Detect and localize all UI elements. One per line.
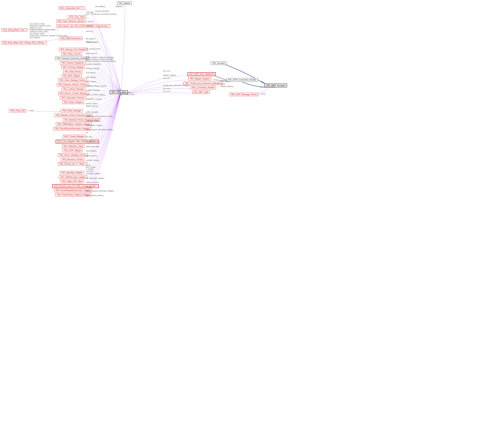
label-parser_registry: parser_registry_ xyxy=(86,103,99,105)
label-thread_lane_mgr: thread_lane_resources_manager_ xyxy=(163,85,190,86)
label-thread_lane_resources: thread_lane_resources_manager_factory_na… xyxy=(30,35,68,36)
node-TAO_ZIOP_Adapter[interactable]: TAO_ZIOP_Adapter xyxy=(63,149,83,152)
node-ACE_INET_Addr[interactable]: ACE_INET_Addr xyxy=(192,91,210,94)
node-TAO_GIOP_Message_Version[interactable]: TAO_GIOP_Message_Version xyxy=(229,93,259,96)
label-policy_manager: policy_manager_ xyxy=(86,111,99,113)
label-poa_factory_name: poa_factory_name_ xyxy=(30,33,45,35)
label-protocols_hooks_name: protocols_hooks_name_ xyxy=(30,31,49,33)
label-endpoint_selector: endpoint_selector_factory_ xyxy=(86,85,107,87)
label-default_init_ref: default_init_ref_ xyxy=(30,27,42,29)
node-TAO_Policy_Current[interactable]: TAO_Policy_Current xyxy=(61,52,82,56)
node-TAO_Parser_Registry[interactable]: TAO_Parser_Registry xyxy=(62,101,84,104)
label-sync_scope_hook: sync_scope_hook_ xyxy=(120,93,135,95)
node-TAO_ClientRequestInterceptor_Adapter[interactable]: TAO::ClientRequestInterceptor_Adapter xyxy=(54,127,91,130)
node-TAO_Object_Ref_Table[interactable]: TAO_Object_Ref_Table xyxy=(61,180,84,183)
label-connection_handler: connection_handler_ xyxy=(260,86,276,88)
label-orb_core_right: orb_core_ xyxy=(163,70,171,72)
label-tss_cleanup_funcs: tss_cleanup_funcs_ xyxy=(86,48,102,50)
node-TAO_DIOP_SVC_HANDLER[interactable]: TAO_DIOP_SVC_HANDLER xyxy=(187,72,216,76)
node-ACE_Unbounded_Set[interactable]: ACE_Unbounded_Set< T > xyxy=(59,7,85,10)
node-ACE_Atomic_Op[interactable]: ACE_Atomic_Opc TAO_SYNCH_MUTEX, unsigned… xyxy=(57,24,110,28)
label-rt_current: rt_current_ xyxy=(86,168,95,170)
node-TAO_Service_Context_Registry[interactable]: TAO_Service_Context_Registry xyxy=(58,92,89,95)
node-TAO_Adapter_Registry[interactable]: TAO_Adapter_Registry xyxy=(188,77,211,80)
node-TAO_Endpoint_Selector_Factory[interactable]: TAO_Endpoint_Selector_Factory xyxy=(57,83,88,86)
label-collocation_resolver: collocation_resolver_ xyxy=(86,98,103,100)
label-default_address: default_address_ xyxy=(221,85,234,87)
node-TAO_Valuetype_Adapter[interactable]: TAO_Valuetype_Adapter xyxy=(60,171,84,174)
node-TAO_Flushing_Strategy[interactable]: TAO_Flushing_Strategy xyxy=(61,65,85,69)
label-orb_params: orb_params_ xyxy=(86,38,96,40)
node-ACE_String_Base[interactable]: ACE_String_Base< char > xyxy=(1,28,27,32)
label-thr_mgr: thr_mgr_ xyxy=(86,136,93,138)
node-TAO_Collocation_Resolver[interactable]: TAO_Collocation_Resolver xyxy=(60,96,86,99)
label-adapter_registry: adapter_registry_ xyxy=(163,74,177,76)
label-resource_factory: resource_factory_ xyxy=(86,159,100,161)
node-TAO_Connection_Handler[interactable]: TAO_Connection_Handler xyxy=(190,86,216,89)
label-default_policies: default_policies_ xyxy=(86,105,99,107)
node-TAO_Acceptor[interactable]: TAO_Acceptor xyxy=(211,62,226,65)
label-thread_per: thread_per_connection_timeout_ xyxy=(91,13,117,15)
label-codeset_manager: codeset_manager_ xyxy=(86,89,101,91)
label-client_factory: client_factory_ xyxy=(86,80,97,82)
label-ior_interceptor: ior_interceptor_adapter_ xyxy=(86,177,105,179)
label-eager_transport: eager_transport_queueing_strategy_ xyxy=(86,56,115,58)
node-TAO_IORInterceptor_Adapter[interactable]: TAO_IORInterceptor_Adapter xyxy=(59,176,88,179)
label-endpoints_map: endpoints_map_ xyxy=(86,41,99,43)
node-TAO_Stub_Factory[interactable]: TAO_Stub_Factory xyxy=(63,70,83,73)
node-TAO_Transport_Queueing_Strategy[interactable]: TAO::Transport_Queueing_Strategy xyxy=(55,57,89,60)
label-max_time: max_time xyxy=(86,11,94,13)
node-ACE_Array_Map[interactable]: ACE_Array_Map< ACE_CString, ACE_CString … xyxy=(1,41,47,44)
label-service_context: service_context_registry_ xyxy=(86,94,106,96)
label-flush_transport: flush_transport_queueing_strategy_ xyxy=(86,58,114,60)
node-TAO_Codeset_Manager[interactable]: TAO_Codeset_Manager xyxy=(62,87,86,91)
label-flushing_strategy: flushing_strategy_ xyxy=(86,67,100,69)
label-ft_service: ft_service_ xyxy=(86,21,95,22)
node-TAO_Client_Strategy_Factory[interactable]: TAO_Client_Strategy_Factory xyxy=(58,78,87,82)
label-network_priority: network_priority_protocols_hooks_ xyxy=(86,115,113,117)
node-TAO_Resource_Factory[interactable]: TAO_Resource_Factory xyxy=(61,158,84,161)
label-zero: zero xyxy=(86,13,90,15)
label-policy_factory_registry: policy_factory_registry_ xyxy=(86,194,104,196)
node-TAO_Adapter[interactable]: TAO_Adapter xyxy=(117,1,132,5)
diagram-container: TAO_Adapter ACE_Unbounded_Set< T > ACE_T… xyxy=(0,0,504,426)
node-TAO_Policy_Manager[interactable]: TAO_Policy_Manager xyxy=(61,109,83,112)
label-client_request_interceptor: client_request_interceptor_adapter_ xyxy=(86,128,114,131)
node-TAO_Server_Strategy_Factory[interactable]: TAO_Server_Strategy_Factory xyxy=(58,153,88,157)
label-data_block_lock: data_block_lock_ xyxy=(86,141,100,143)
label-delayed_transport: delayed_transport_queueing_strategy_ xyxy=(86,60,116,62)
node-TAO_Policy_Set[interactable]: TAO_Policy_Set xyxy=(9,109,26,112)
node-ACE_Intrusive_Auto_Ptr[interactable]: ACE_Intrusive_Auto_Ptr< ACE_Service_Gest… xyxy=(52,184,99,188)
node-TAO_DIOP_Connection_Handler[interactable]: TAO_DIOP_Connection_Handler xyxy=(227,78,258,81)
label-refcount: refcount_ xyxy=(86,25,93,27)
label-config: config_ xyxy=(86,186,92,188)
label-orb_core_right2: orb_core_ xyxy=(163,77,171,79)
node-TAO_ORB_Parameters[interactable]: TAO_ORB_Parameters xyxy=(60,37,83,40)
label-impl: impl_ xyxy=(30,109,34,111)
label-server_factory: server_factory_ xyxy=(86,155,98,157)
label-orbinitializer_registry: orbinitializer_registry_ xyxy=(86,124,103,126)
label-timeout_hook: timeout_hook_ xyxy=(120,92,132,93)
label-adapters: adapters_ xyxy=(116,6,124,7)
node-TAO_Cleanup_Func_Registry[interactable]: TAO_Cleanup_Func_Registry xyxy=(59,48,88,51)
label-valuetype_adapter: valuetype_adapter_ xyxy=(86,173,101,175)
node-TAO_BiDir_Adapter[interactable]: TAO_BiDir_Adapter xyxy=(62,74,82,78)
node-TAO_PolicyFactory_Registry_Adapter[interactable]: TAO::PolicyFactory_Registry_Adapter xyxy=(55,193,91,196)
node-TAO_Pseudo_Var_Tc[interactable]: TAO_Pseudo_Var_T< Object > xyxy=(58,162,88,165)
label-protocols_hooks: protocols_hooks_ xyxy=(86,120,100,122)
label-local_addr: local_addr_ xyxy=(221,80,230,82)
label-stub_factory_name: stub_factory_name_ xyxy=(30,23,46,25)
label-root_poa: root_poa_ xyxy=(86,170,94,172)
node-ACE_Thread_Manager[interactable]: ACE_Thread_Manager xyxy=(63,135,86,138)
label-bidir_adapter: bidir_adapter_ xyxy=(86,76,97,78)
label-pref_network: pref_network_ xyxy=(30,36,41,38)
node-TAO_Fault_Tolerance_Service[interactable]: TAO_Fault_Tolerance_Service xyxy=(56,20,85,23)
label-poa_current: poa_current_ xyxy=(86,166,96,168)
label-request_dispatcher: request_dispatcher_ xyxy=(86,63,102,65)
node-TAO_Request_Dispatcher[interactable]: TAO_Request_Dispatcher xyxy=(60,61,86,64)
label-tm: tm_ xyxy=(86,132,89,134)
label-endpoint_selector_factory_name: endpoint_selector_factory_name_ xyxy=(30,29,56,31)
node-ACE_Time_Value[interactable]: ACE_Time_Value xyxy=(68,15,86,19)
node-TAO_ObjectKey_Table[interactable]: TAO::ObjectKey_Table xyxy=(62,145,84,148)
label-server_id: server_id_ xyxy=(86,30,94,32)
